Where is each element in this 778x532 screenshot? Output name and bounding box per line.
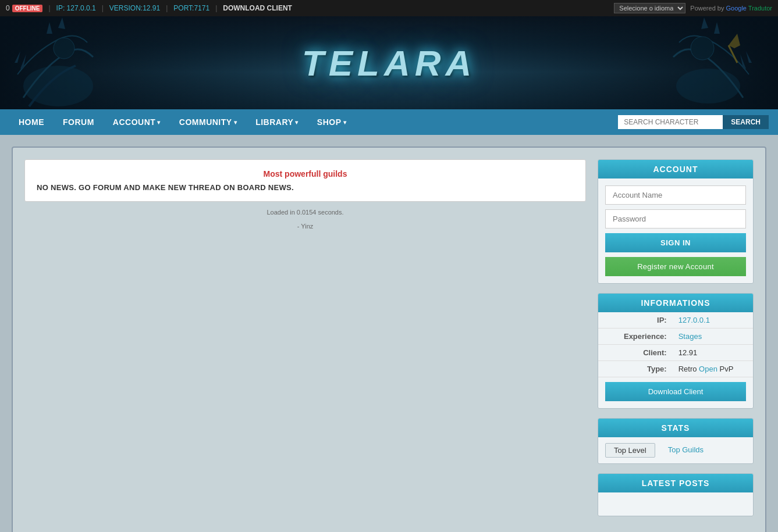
site-logo: TELARA [302,42,476,84]
nav-items: HOME FORUM ACCOUNT COMMUNITY LIBRARY SHO… [9,109,618,135]
topbar-right: Selecione o idioma Powered by Google Tra… [614,3,772,13]
svg-point-3 [691,37,714,60]
status-badge: OFFLINE [12,5,43,12]
nav-library[interactable]: LIBRARY [246,109,308,135]
type-pvp: PvP [717,365,733,373]
svg-point-2 [676,69,740,103]
stats-tab-top-level[interactable]: Top Level [605,443,655,458]
topbar-download-link[interactable]: DOWNLOAD CLIENT [223,4,292,12]
news-box: Most powerfull guilds NO NEWS. GO FORUM … [24,159,586,202]
info-row-experience: Experience: Stages [598,329,753,345]
creature-left-decoration [12,16,140,109]
latest-posts-panel: LATEST POSTS [598,473,754,516]
info-label-experience: Experience: [598,329,673,345]
account-name-input[interactable] [605,185,746,205]
svg-point-1 [54,38,74,59]
type-retro: Retro [678,365,699,373]
stats-tabs: Top Level Top Guilds [598,437,753,463]
account-panel-body: SIGN IN Register new Account [598,178,753,283]
nav-home[interactable]: HOME [9,109,54,135]
version-display: VERSION:12.91 [109,4,160,12]
info-label-type: Type: [598,361,673,377]
status-indicator: 0 OFFLINE [6,4,42,12]
info-table: IP: 127.0.0.1 Experience: Stages Client:… [598,312,753,377]
sep1: | [48,4,50,12]
signin-button[interactable]: SIGN IN [605,233,746,252]
sep4: | [215,4,217,12]
sep2: | [102,4,104,12]
creature-right-decoration [638,16,755,109]
informations-panel: INFORMATIONS IP: 127.0.0.1 Experience: S… [598,293,754,409]
ip-display: IP: 127.0.0.1 [56,4,96,12]
account-panel-header: ACCOUNT [598,160,753,178]
info-value-client: 12.91 [673,345,753,361]
main-wrapper: Most powerfull guilds NO NEWS. GO FORUM … [0,135,778,532]
type-open: Open [699,365,717,373]
nav-account[interactable]: ACCOUNT [104,109,170,135]
info-row-ip: IP: 127.0.0.1 [598,312,753,329]
footer-loaded: Loaded in 0.0154 seconds. [24,209,586,216]
stats-panel-header: STATS [598,419,753,437]
info-value-type: Retro Open PvP [673,361,753,377]
port-display: PORT:7171 [173,4,209,12]
info-label-client: Client: [598,345,673,361]
news-content: NO NEWS. GO FORUM AND MAKE NEW THREAD ON… [37,183,574,192]
sep3: | [166,4,168,12]
language-select[interactable]: Selecione o idioma [614,3,685,13]
latest-posts-body [598,492,753,516]
topbar: 0 OFFLINE | IP: 127.0.0.1 | VERSION:12.9… [0,0,778,16]
nav-forum[interactable]: FORUM [54,109,104,135]
register-button[interactable]: Register new Account [605,257,746,276]
password-input[interactable] [605,209,746,228]
right-column: ACCOUNT SIGN IN Register new Account INF… [598,159,754,526]
content-area: Most powerfull guilds NO NEWS. GO FORUM … [12,147,766,532]
stats-panel: STATS Top Level Top Guilds [598,418,754,464]
account-panel: ACCOUNT SIGN IN Register new Account [598,159,754,284]
stats-tab-top-guilds[interactable]: Top Guilds [660,443,712,458]
nav-search-area: SEARCH [618,115,769,129]
left-column: Most powerfull guilds NO NEWS. GO FORUM … [24,159,586,526]
stages-link[interactable]: Stages [678,332,702,341]
info-label-ip: IP: [598,312,673,329]
nav-community[interactable]: COMMUNITY [170,109,246,135]
info-row-type: Type: Retro Open PvP [598,361,753,377]
footer-credit: - Yinz [24,223,586,230]
info-value-ip: 127.0.0.1 [673,312,753,329]
informations-panel-header: INFORMATIONS [598,294,753,312]
info-row-client: Client: 12.91 [598,345,753,361]
search-character-input[interactable] [618,115,723,129]
main-navigation: HOME FORUM ACCOUNT COMMUNITY LIBRARY SHO… [0,109,778,135]
status-number: 0 [6,4,10,12]
hero-banner: TELARA [0,16,778,109]
search-button[interactable]: SEARCH [723,115,769,129]
powered-by: Powered by Google Tradutor [690,5,772,12]
nav-shop[interactable]: SHOP [308,109,356,135]
info-value-experience: Stages [673,329,753,345]
news-title: Most powerfull guilds [37,169,574,178]
latest-posts-header: LATEST POSTS [598,474,753,492]
download-client-button[interactable]: Download Client [605,382,746,401]
